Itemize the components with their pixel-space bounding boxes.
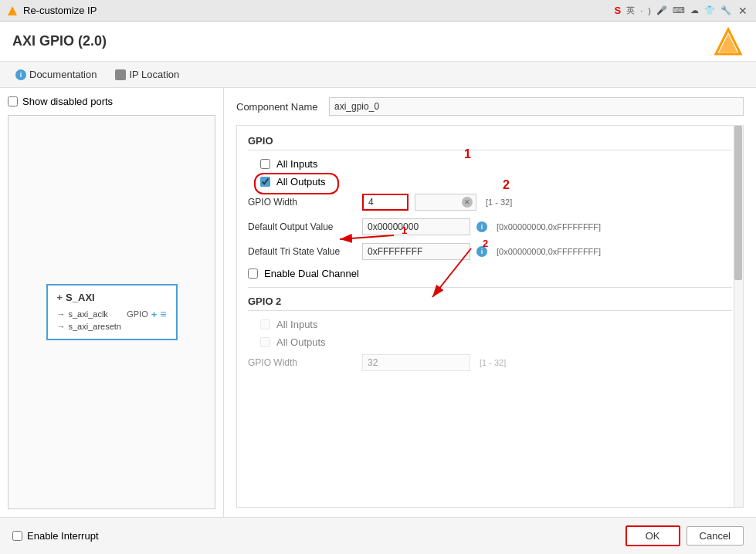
- component-name-input[interactable]: [329, 97, 744, 116]
- sogou-logo[interactable]: S: [613, 4, 623, 17]
- enable-dual-channel-row: Enable Dual Channel: [248, 268, 732, 279]
- sogou-tshirt[interactable]: 👕: [703, 5, 717, 16]
- ip-block-name: S_AXI: [66, 292, 95, 303]
- gpio2-all-outputs-checkbox[interactable]: [260, 337, 270, 347]
- enable-dual-channel-label: Enable Dual Channel: [264, 268, 359, 279]
- sogou-wrench[interactable]: 🔧: [719, 5, 733, 16]
- sogou-skin[interactable]: ⌨: [671, 5, 687, 16]
- config-panel: GPIO All Inputs All Outputs: [236, 125, 744, 508]
- gpio2-all-outputs-label: All Outputs: [276, 336, 326, 348]
- gpio2-all-inputs-checkbox[interactable]: [260, 319, 270, 329]
- port-aclk-plus: +: [151, 309, 158, 320]
- enable-interrupt-row: Enable Interrupt: [12, 530, 619, 542]
- annotation-1: 1: [464, 147, 471, 161]
- xilinx-logo: [713, 26, 744, 57]
- gpio-width-row: GPIO Width ✕ [1 - 32] 2: [248, 194, 732, 211]
- gpio-width-input[interactable]: [362, 194, 409, 211]
- default-output-range: [0x00000000,0xFFFFFFFF]: [497, 222, 601, 231]
- gpio-section-title: GPIO: [248, 135, 732, 150]
- gpio-width-clear-icon[interactable]: ✕: [462, 197, 473, 208]
- app-header: AXI GPIO (2.0): [0, 22, 756, 62]
- default-output-input[interactable]: [362, 218, 470, 235]
- gpio2-all-inputs-label: All Inputs: [276, 319, 317, 330]
- port-aclk-label: GPIO: [127, 309, 148, 319]
- info-icon: i: [15, 69, 26, 80]
- bottom-bar: Enable Interrupt OK Cancel: [0, 517, 756, 554]
- port-row-aresetn: → s_axi_aresetn: [57, 322, 167, 331]
- gpio2-width-label: GPIO Width: [248, 357, 356, 368]
- all-inputs-label: All Inputs: [276, 158, 317, 170]
- app-icon: [6, 5, 19, 17]
- show-ports-row: Show disabled ports: [8, 96, 215, 107]
- show-disabled-ports-checkbox[interactable]: [8, 96, 18, 106]
- default-output-info-icon[interactable]: i: [476, 221, 487, 232]
- scrollbar-thumb[interactable]: [734, 126, 742, 280]
- component-name-row: Component Name: [236, 97, 744, 116]
- documentation-label: Documentation: [29, 69, 97, 80]
- gpio2-all-outputs-row: All Outputs: [260, 336, 732, 348]
- ip-location-label: IP Location: [129, 69, 179, 80]
- app-title: AXI GPIO (2.0): [12, 33, 107, 49]
- all-inputs-row: All Inputs: [260, 158, 732, 170]
- main-content: Show disabled ports + S_AXI → s_axi_aclk…: [0, 88, 756, 517]
- all-outputs-row: All Outputs: [260, 176, 732, 187]
- sogou-cn[interactable]: 英: [625, 4, 636, 17]
- svg-marker-0: [8, 6, 17, 15]
- gpio2-width-range: [1 - 32]: [480, 358, 506, 367]
- gpio2-width-input[interactable]: [362, 354, 470, 371]
- all-outputs-label: All Outputs: [276, 176, 326, 187]
- default-tri-state-label: Default Tri State Value: [248, 246, 356, 257]
- default-tri-state-info-icon[interactable]: i: [476, 246, 487, 257]
- sogou-soft[interactable]: ): [646, 5, 653, 16]
- close-button[interactable]: ✕: [736, 4, 750, 18]
- sogou-cloud[interactable]: ☁: [689, 5, 700, 16]
- toolbar: i Documentation IP Location: [0, 62, 756, 88]
- port-aresetn-name: s_axi_aresetn: [69, 322, 122, 331]
- default-tri-state-range: [0x00000000,0xFFFFFFFF]: [497, 247, 601, 256]
- gpio2-all-inputs-row: All Inputs: [260, 319, 732, 330]
- all-outputs-checkbox[interactable]: [260, 177, 270, 187]
- title-bar-title: Re-customize IP: [23, 5, 97, 16]
- component-name-label: Component Name: [236, 101, 321, 113]
- sogou-punct[interactable]: ·: [639, 5, 644, 16]
- port-aclk-name: s_axi_aclk: [69, 309, 108, 319]
- sogou-bar: S 英 · ) 🎤 ⌨ ☁ 👕 🔧: [613, 4, 733, 17]
- enable-interrupt-checkbox[interactable]: [12, 531, 22, 541]
- gpio2-width-row: GPIO Width [1 - 32]: [248, 354, 732, 371]
- enable-interrupt-label: Enable Interrupt: [27, 530, 99, 542]
- show-disabled-ports-label: Show disabled ports: [22, 96, 113, 107]
- ok-button[interactable]: OK: [625, 525, 680, 546]
- gpio-section: GPIO All Inputs All Outputs: [248, 135, 732, 279]
- gpio2-section-title: GPIO 2: [248, 296, 732, 311]
- documentation-button[interactable]: i Documentation: [12, 67, 100, 82]
- all-inputs-checkbox[interactable]: [260, 159, 270, 169]
- enable-dual-channel-checkbox[interactable]: [248, 269, 258, 279]
- ip-location-icon: [115, 69, 126, 80]
- port-aclk-conn: ≡: [160, 308, 166, 320]
- right-panel: Component Name GPIO All Inputs All: [224, 88, 756, 517]
- default-tri-state-input[interactable]: [362, 243, 470, 260]
- title-bar: Re-customize IP S 英 · ) 🎤 ⌨ ☁ 👕 🔧 ✕: [0, 0, 756, 22]
- gpio-width-range: [1 - 32]: [486, 198, 512, 207]
- default-output-label: Default Output Value: [248, 221, 356, 232]
- scrollbar-track[interactable]: [734, 126, 743, 507]
- ip-block: + S_AXI → s_axi_aclk GPIO + ≡ → s_axi_ar…: [46, 284, 178, 340]
- left-panel: Show disabled ports + S_AXI → s_axi_aclk…: [0, 88, 224, 517]
- ip-location-button[interactable]: IP Location: [112, 67, 182, 82]
- ip-block-plus: +: [57, 292, 63, 303]
- default-tri-state-row: Default Tri State Value i [0x00000000,0x…: [248, 243, 732, 260]
- port-row-aclk: → s_axi_aclk GPIO + ≡: [57, 308, 167, 320]
- gpio-width-label: GPIO Width: [248, 197, 356, 208]
- default-output-row: Default Output Value i [0x00000000,0xFFF…: [248, 218, 732, 235]
- annotation-2: 2: [503, 178, 510, 192]
- gpio2-section: GPIO 2 All Inputs All Outputs GPIO Width: [248, 296, 732, 371]
- canvas-area: + S_AXI → s_axi_aclk GPIO + ≡ → s_axi_ar…: [8, 115, 215, 509]
- sogou-mic[interactable]: 🎤: [655, 5, 669, 16]
- cancel-button[interactable]: Cancel: [687, 526, 744, 546]
